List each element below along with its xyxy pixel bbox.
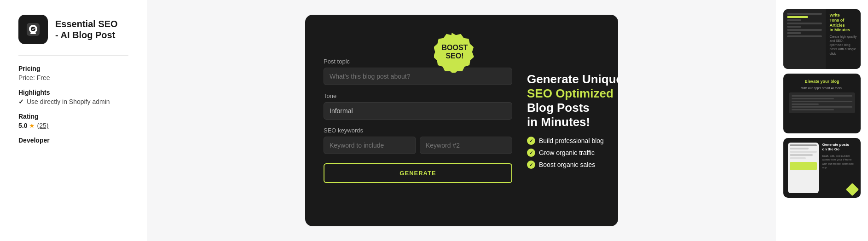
rating-row: 5.0 ★ (25) (18, 122, 128, 129)
app-title: Essential SEO- AI Blog Post (55, 18, 118, 40)
promo-item-3: ✓ Boost organic sales (527, 161, 618, 169)
promo-title-line1: Generate Unique (527, 72, 618, 86)
star-icon: ★ (29, 122, 35, 129)
developer-section: Developer (18, 137, 128, 144)
highlights-label: Highlights (18, 89, 128, 96)
sidebar-divider (18, 55, 128, 56)
highlight-item-1: ✓ Use directly in Shopify admin (18, 98, 128, 105)
rating-label: Rating (18, 113, 128, 120)
thumb3-title: Generate postson the Go (822, 143, 856, 152)
app-icon (18, 15, 48, 44)
check-icon-1: ✓ (18, 98, 24, 105)
boost-line1: BOOST (442, 44, 468, 52)
thumb2-content: Elevate your blog with our app's smart A… (783, 74, 861, 133)
thumb1-line6 (787, 29, 822, 31)
promo-text: Generate Unique SEO Optimized Blog Posts… (527, 72, 618, 169)
keyword1-input[interactable] (324, 137, 416, 154)
thumb1-title: WriteTons of Articlesin Minutes (829, 13, 857, 33)
promo-check-3: ✓ (527, 161, 535, 169)
rating-number: 5.0 (18, 122, 27, 129)
promo-title-line3: in Minutes! (527, 115, 590, 129)
promo-title: Generate Unique SEO Optimized Blog Posts… (527, 72, 618, 130)
thumb1-subtitle: Create high-quality and SEO-optimised bl… (829, 34, 857, 55)
promo-item-1: ✓ Build professional blog (527, 137, 618, 145)
screenshots-panel: WriteTons of Articlesin Minutes Create h… (776, 0, 868, 241)
app-header: Essential SEO- AI Blog Post (18, 15, 128, 44)
thumb2-title: Elevate your blog (789, 79, 855, 84)
promo-check-2: ✓ (527, 149, 535, 157)
thumb2-form-line2 (792, 98, 834, 99)
screenshot-thumb-1[interactable]: WriteTons of Articlesin Minutes Create h… (783, 9, 861, 69)
thumb2-form-line1 (792, 95, 852, 97)
post-topic-label: Post topic (324, 58, 512, 65)
promo-title-line2: Blog Posts (527, 101, 590, 115)
highlight-text-1: Use directly in Shopify admin (27, 98, 110, 105)
preview-card: BOOST SEO! Post topic Tone SEO keywords (305, 15, 618, 226)
pricing-label: Pricing (18, 65, 128, 72)
thumb1-line5 (787, 26, 801, 28)
thumb1-line4 (787, 23, 822, 24)
promo-item-2: ✓ Grow organic traffic (527, 149, 618, 157)
thumb2-form-line4 (792, 103, 819, 105)
thumb2-form-line3 (792, 101, 852, 102)
thumb2-form-line6 (792, 109, 834, 110)
keyword2-input[interactable] (420, 137, 512, 154)
thumb1-line7 (787, 32, 801, 34)
screenshot-thumb-3[interactable]: Generate postson the Go Draft, edit, and… (783, 138, 861, 198)
thumb3-subtitle: Draft, edit, and publish admin from your… (822, 154, 856, 170)
rating-section: Rating 5.0 ★ (25) (18, 113, 128, 129)
thumb1-right: WriteTons of Articlesin Minutes Create h… (826, 9, 861, 69)
tone-group: Tone (324, 92, 512, 120)
thumb1-left (783, 9, 826, 69)
tone-input[interactable] (324, 102, 512, 120)
rating-count[interactable]: (25) (37, 122, 48, 129)
developer-label: Developer (18, 137, 128, 144)
pricing-section: Pricing Price: Free (18, 65, 128, 81)
sidebar: Essential SEO- AI Blog Post Pricing Pric… (0, 0, 147, 241)
seo-keywords-label: SEO keywords (324, 127, 512, 134)
price-value: Price: Free (18, 74, 128, 81)
thumb2-subtitle: with our app's smart AI tools. (789, 86, 855, 90)
tone-label: Tone (324, 92, 512, 99)
promo-list: ✓ Build professional blog ✓ Grow organic… (527, 137, 618, 169)
thumb2-form-line5 (792, 106, 852, 108)
promo-check-1: ✓ (527, 137, 535, 145)
seo-keywords-group: SEO keywords (324, 127, 512, 154)
thumb2-form (789, 92, 855, 113)
main-area: BOOST SEO! Post topic Tone SEO keywords (147, 0, 776, 241)
post-topic-group: Post topic (324, 58, 512, 85)
thumb3-phone (788, 143, 819, 193)
thumb1-content: WriteTons of Articlesin Minutes Create h… (783, 9, 861, 69)
form-area: Post topic Tone SEO keywords GENERATE (324, 58, 512, 183)
boost-line2: SEO! (442, 52, 468, 60)
highlights-section: Highlights ✓ Use directly in Shopify adm… (18, 89, 128, 105)
thumb1-line8 (787, 35, 822, 37)
keywords-row (324, 137, 512, 154)
screenshot-thumb-2[interactable]: Elevate your blog with our app's smart A… (783, 74, 861, 133)
generate-button[interactable]: GENERATE (324, 163, 512, 183)
thumb1-line3 (787, 19, 801, 21)
thumb1-line1 (787, 13, 822, 15)
thumb1-line2 (787, 16, 808, 18)
boost-badge: BOOST SEO! (434, 31, 475, 73)
post-topic-input[interactable] (324, 68, 512, 85)
promo-highlight: SEO Optimized (527, 86, 613, 100)
